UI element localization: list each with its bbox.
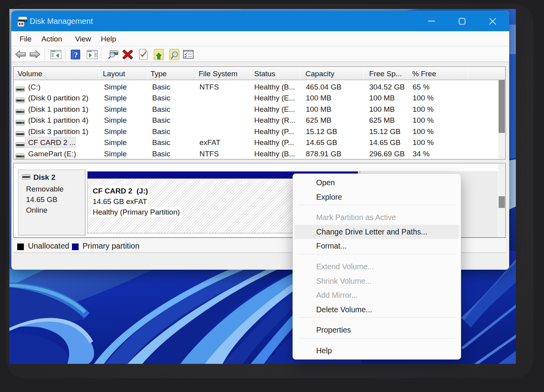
svg-text:?: ? bbox=[74, 51, 78, 59]
